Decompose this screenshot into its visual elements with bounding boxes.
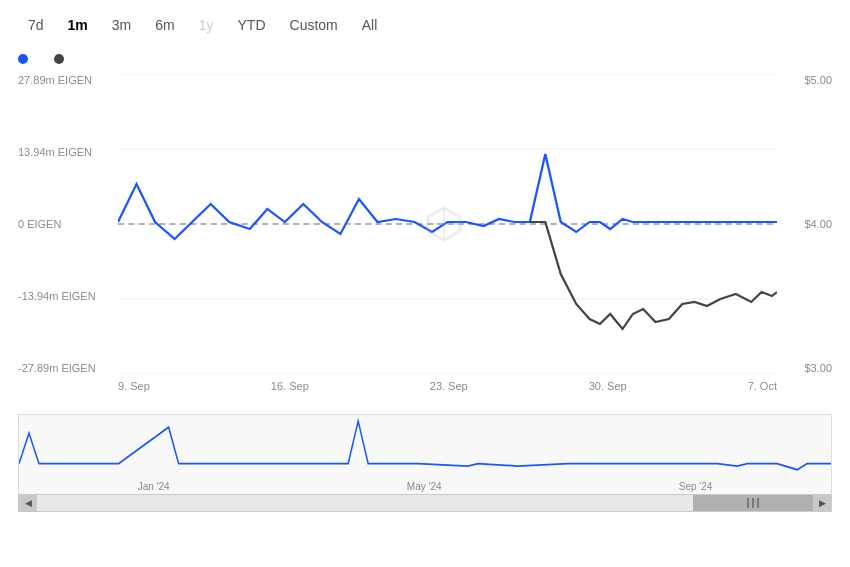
y-axis-right: $5.00$4.00$3.00 [777,74,832,374]
mini-chart-label: Sep '24 [679,481,713,492]
x-label: 7. Oct [748,380,777,392]
y-left-label: -27.89m EIGEN [18,362,118,374]
grip-line-3 [757,498,759,508]
price-dot [54,54,64,64]
time-btn-3m[interactable]: 3m [102,12,141,38]
x-label: 23. Sep [430,380,468,392]
chart-legend [0,50,850,74]
time-range-selector: 7d1m3m6m1yYTDCustomAll [0,0,850,50]
x-axis: 9. Sep16. Sep23. Sep30. Sep7. Oct [118,374,777,414]
y-right-label: $3.00 [777,362,832,374]
y-left-label: -13.94m EIGEN [18,290,118,302]
mini-chart-label: Jan '24 [138,481,170,492]
legend-netflow [18,54,34,64]
time-btn-6m[interactable]: 6m [145,12,184,38]
mini-chart: Jan '24May '24Sep '24 [18,414,832,494]
scroll-track [37,495,813,511]
x-label: 30. Sep [589,380,627,392]
time-btn-7d[interactable]: 7d [18,12,54,38]
mini-chart-label: May '24 [407,481,442,492]
grip-line-2 [752,498,754,508]
mini-chart-labels: Jan '24May '24Sep '24 [19,479,831,494]
x-label: 9. Sep [118,380,150,392]
scroll-thumb[interactable] [693,495,813,511]
y-left-label: 27.89m EIGEN [18,74,118,86]
time-btn-custom[interactable]: Custom [280,12,348,38]
time-btn-ytd[interactable]: YTD [228,12,276,38]
grip-line-1 [747,498,749,508]
time-btn-1y: 1y [189,12,224,38]
chart-svg [118,74,777,374]
time-btn-1m[interactable]: 1m [58,12,98,38]
y-right-label: $4.00 [777,218,832,230]
y-right-label: $5.00 [777,74,832,86]
chart-canvas [118,74,777,374]
scroll-right-button[interactable]: ▶ [813,494,831,512]
y-left-label: 0 EIGEN [18,218,118,230]
scroll-left-button[interactable]: ◀ [19,494,37,512]
netflow-dot [18,54,28,64]
x-label: 16. Sep [271,380,309,392]
legend-price [54,54,70,64]
time-btn-all[interactable]: All [352,12,388,38]
y-left-label: 13.94m EIGEN [18,146,118,158]
scrollbar[interactable]: ◀ ▶ [18,494,832,512]
main-chart-area: 27.89m EIGEN13.94m EIGEN0 EIGEN-13.94m E… [18,74,832,414]
y-axis-left: 27.89m EIGEN13.94m EIGEN0 EIGEN-13.94m E… [18,74,118,374]
